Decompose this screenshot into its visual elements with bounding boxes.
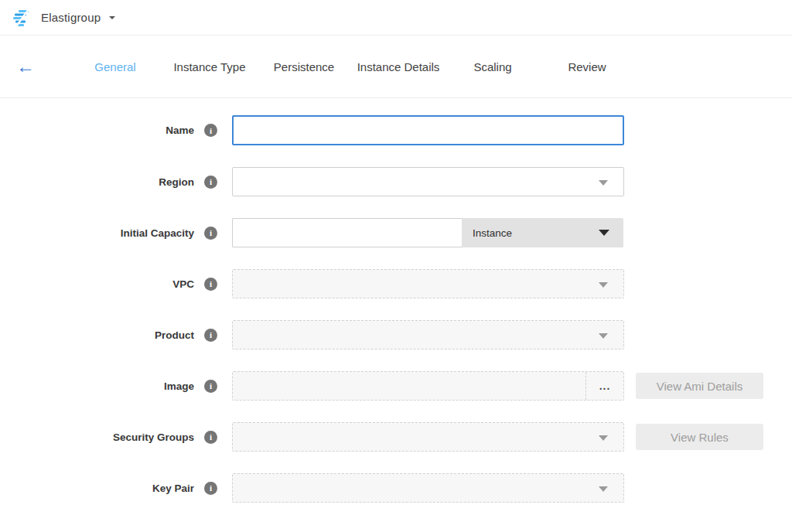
chevron-down-icon	[599, 435, 608, 441]
form-row-security-groups: Security Groups i View Rules	[0, 422, 792, 452]
app-switcher[interactable]: Elastigroup	[12, 9, 115, 26]
elastigroup-logo-icon	[12, 9, 32, 26]
key-pair-select	[232, 473, 624, 503]
region-label: Region	[159, 176, 194, 188]
view-ami-details-button[interactable]: View Ami Details	[636, 373, 763, 399]
info-icon[interactable]: i	[204, 278, 217, 291]
info-icon[interactable]: i	[204, 124, 217, 137]
initial-capacity-input[interactable]	[232, 218, 462, 247]
form-row-image: Image i ... View Ami Details	[0, 371, 792, 401]
tab-review[interactable]: Review	[540, 60, 634, 73]
key-pair-label: Key Pair	[152, 483, 194, 494]
info-icon[interactable]: i	[204, 431, 217, 444]
chevron-down-icon	[599, 230, 609, 236]
image-label: Image	[164, 380, 194, 392]
capacity-unit-value: Instance	[473, 227, 512, 239]
view-rules-button[interactable]: View Rules	[636, 424, 763, 450]
tab-general[interactable]: General	[68, 60, 162, 73]
wizard-tab-bar: ← General Instance Type Persistence Inst…	[0, 36, 792, 98]
name-label: Name	[166, 124, 194, 136]
info-icon[interactable]: i	[204, 176, 217, 189]
chevron-down-icon	[599, 486, 608, 492]
chevron-down-icon	[109, 16, 115, 19]
tab-scaling[interactable]: Scaling	[446, 60, 540, 73]
info-icon[interactable]: i	[204, 227, 217, 240]
image-input-group: ...	[232, 371, 624, 401]
vpc-select	[232, 269, 624, 298]
vpc-label: VPC	[172, 278, 194, 290]
top-bar: Elastigroup	[0, 0, 792, 36]
form-row-region: Region i	[0, 167, 792, 196]
tab-instance-type[interactable]: Instance Type	[162, 60, 257, 73]
app-title: Elastigroup	[41, 11, 101, 24]
form-row-vpc: VPC i	[0, 269, 792, 298]
info-icon[interactable]: i	[204, 482, 217, 495]
capacity-unit-select[interactable]: Instance	[462, 218, 623, 247]
general-settings-form: Name i Region i Initial Capacity i Insta…	[0, 98, 792, 503]
form-row-initial-capacity: Initial Capacity i Instance	[0, 218, 792, 247]
region-select[interactable]	[232, 167, 624, 196]
security-groups-label: Security Groups	[113, 431, 194, 443]
form-row-product: Product i	[0, 320, 792, 350]
product-select	[232, 320, 624, 350]
name-input[interactable]	[232, 115, 624, 145]
back-button[interactable]: ←	[14, 57, 37, 76]
info-icon[interactable]: i	[204, 380, 217, 393]
chevron-down-icon	[599, 180, 608, 186]
form-row-key-pair: Key Pair i	[0, 473, 792, 503]
form-row-name: Name i	[0, 115, 792, 145]
product-label: Product	[155, 329, 194, 341]
chevron-down-icon	[599, 282, 608, 288]
image-input	[233, 372, 585, 400]
tab-instance-details[interactable]: Instance Details	[351, 60, 446, 73]
tab-persistence[interactable]: Persistence	[257, 60, 351, 73]
tabs: General Instance Type Persistence Instan…	[68, 60, 634, 73]
image-browse-button[interactable]: ...	[585, 372, 623, 400]
info-icon[interactable]: i	[204, 329, 217, 342]
security-groups-select	[232, 422, 624, 452]
chevron-down-icon	[599, 333, 608, 339]
initial-capacity-label: Initial Capacity	[121, 227, 194, 239]
